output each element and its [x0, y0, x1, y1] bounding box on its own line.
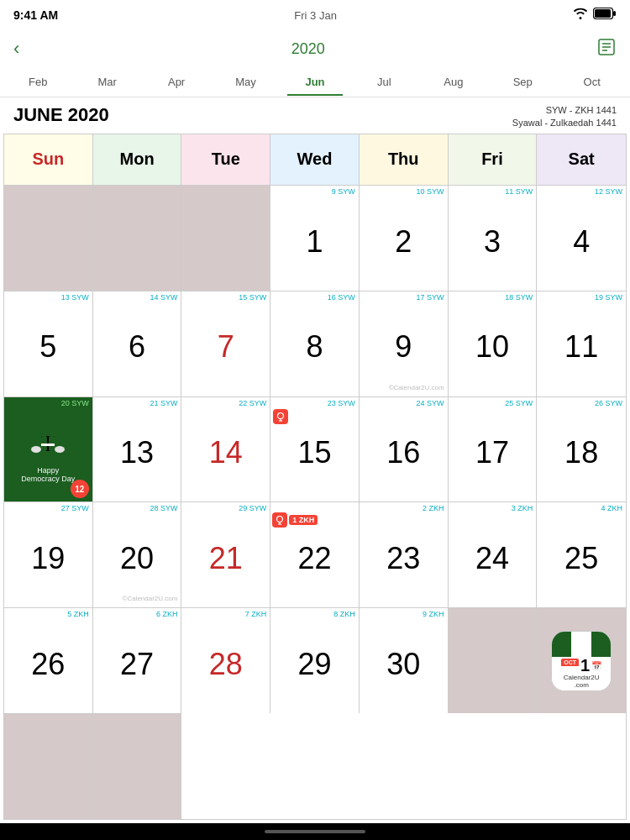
day-header-sun: Sun: [4, 134, 93, 185]
top-nav: ‹ 2020: [0, 30, 630, 67]
day-cell-22[interactable]: 1 ZKH 1 ZKH 22: [270, 501, 360, 607]
day-cell-6[interactable]: 14 SYW 6: [93, 291, 182, 396]
day-cell-20[interactable]: 28 SYW 20 ©Calendar2U.com: [93, 501, 182, 607]
tab-oct[interactable]: Oct: [558, 69, 627, 95]
day-cell-25[interactable]: 4 ZKH 25: [537, 501, 626, 607]
day-cell-8[interactable]: 16 SYW 8: [270, 291, 360, 396]
day-cell-24[interactable]: 3 ZKH 24: [449, 501, 538, 607]
day-cell-3[interactable]: 11 SYW 3: [449, 185, 538, 291]
tab-feb[interactable]: Feb: [3, 69, 72, 95]
islamic-num: 23 SYW: [270, 397, 359, 408]
islamic-num: 29 SYW: [181, 502, 270, 513]
islamic-line2: Syawal - Zulkaedah 1441: [512, 117, 617, 129]
app-icon-day: 1: [580, 657, 590, 674]
day-cell-30[interactable]: 9 ZKH 30: [360, 607, 449, 713]
day-headers: Sun Mon Tue Wed Thu Fri Sat: [3, 134, 627, 185]
back-button[interactable]: ‹: [13, 38, 19, 60]
islamic-num: 22 SYW: [181, 397, 270, 408]
day-number: 11: [537, 302, 626, 396]
day-cell-29[interactable]: 8 ZKH 29: [270, 607, 360, 713]
day-cell-7[interactable]: 15 SYW 7: [181, 291, 270, 396]
status-bar: 9:41 AM Fri 3 Jan: [0, 0, 630, 30]
day-cell-26[interactable]: 5 ZKH 26: [4, 607, 93, 713]
tab-sep[interactable]: Sep: [488, 69, 557, 95]
day-cell-28[interactable]: 7 ZKH 28: [181, 607, 270, 713]
reminder-area-22: 1 ZKH: [272, 512, 318, 528]
calendar-grid: 9 SYW 1 10 SYW 2 11 SYW 3 12 SYW 4 13 SY…: [3, 185, 627, 820]
day-cell-16[interactable]: 24 SYW 16: [360, 396, 449, 502]
day-number: 7: [181, 302, 270, 396]
day-number: 3: [449, 197, 537, 291]
day-cell-17[interactable]: 25 SYW 17: [449, 396, 538, 502]
islamic-num: 8 ZKH: [270, 608, 359, 619]
zkh-label: 1 ZKH: [289, 515, 318, 525]
islamic-num: 13 SYW: [4, 291, 92, 302]
day-cell-15[interactable]: 23 SYW 15: [270, 396, 360, 502]
home-indicator: [0, 823, 630, 840]
status-date: Fri 3 Jan: [294, 9, 337, 22]
day-cell-12-democracy[interactable]: 20 SYW: [4, 396, 93, 502]
islamic-num: 9 SYW: [270, 186, 359, 197]
app-icon-cell[interactable]: OCT 1 📅 Calendar2U.com: [537, 607, 626, 713]
tab-jul[interactable]: Jul: [349, 69, 418, 95]
day-cell-5[interactable]: 13 SYW 5: [4, 291, 93, 396]
tab-jun[interactable]: Jun: [281, 69, 349, 95]
islamic-num: 16 SYW: [270, 291, 359, 302]
day-cell-14[interactable]: 22 SYW 14: [181, 396, 270, 502]
day-cell-10[interactable]: 18 SYW 10: [449, 291, 538, 396]
day-number: 19: [4, 513, 92, 607]
app-icon-cal: 📅: [591, 662, 601, 670]
month-tabs: Feb Mar Apr May Jun Jul Aug Sep Oct: [0, 67, 630, 97]
tab-may[interactable]: May: [211, 69, 280, 95]
islamic-num: 15 SYW: [181, 291, 270, 302]
empty-cell-3: [181, 185, 270, 291]
calendar-container: JUNE 2020 SYW - ZKH 1441 Syawal - Zulkae…: [0, 97, 630, 823]
empty-cell-2: [93, 185, 182, 291]
democracy-text: HappyDemocracy Day: [19, 466, 76, 485]
nav-year[interactable]: 2020: [291, 40, 325, 58]
day-number: 23: [360, 513, 448, 607]
tab-aug[interactable]: Aug: [419, 69, 488, 95]
app-icon[interactable]: OCT 1 📅 Calendar2U.com: [551, 631, 612, 691]
tab-mar[interactable]: Mar: [72, 69, 141, 95]
day-cell-13[interactable]: 21 SYW 13: [93, 396, 182, 502]
day-number: 8: [270, 302, 359, 396]
svg-rect-2: [613, 11, 616, 16]
day-cell-19[interactable]: 27 SYW 19: [4, 501, 93, 607]
islamic-num: 9 ZKH: [360, 608, 448, 619]
day-header-fri: Fri: [449, 134, 538, 185]
islamic-num: 10 SYW: [360, 186, 448, 197]
day-number: 26: [4, 619, 92, 713]
svg-rect-11: [41, 444, 55, 446]
islamic-num: 4 ZKH: [537, 502, 626, 513]
day-cell-27[interactable]: 6 ZKH 27: [93, 607, 182, 713]
app-icon-month: OCT: [561, 659, 579, 666]
day-cell-1[interactable]: 9 SYW 1: [270, 185, 360, 291]
islamic-num: 28 SYW: [93, 502, 181, 513]
day-cell-18[interactable]: 26 SYW 18: [537, 396, 626, 502]
day-cell-4[interactable]: 12 SYW 4: [537, 185, 626, 291]
day-number: 25: [537, 513, 626, 607]
day-cell-9[interactable]: 17 SYW 9 ©Calendar2U.com: [360, 291, 449, 396]
islamic-num: 18 SYW: [449, 291, 537, 302]
islamic-num: 21 SYW: [93, 397, 181, 408]
islamic-num: 24 SYW: [360, 397, 448, 408]
nav-icon-button[interactable]: [596, 37, 617, 61]
islamic-num: 3 ZKH: [449, 502, 537, 513]
day-cell-21[interactable]: 29 SYW 21: [181, 501, 270, 607]
day-cell-23[interactable]: 2 ZKH 23: [360, 501, 449, 607]
day-cell-11[interactable]: 19 SYW 11: [537, 291, 626, 396]
day-number: 6: [93, 302, 181, 396]
day-cell-2[interactable]: 10 SYW 2: [360, 185, 449, 291]
day-number: 29: [270, 619, 359, 713]
day-number: 21: [181, 513, 270, 607]
empty-bottom-4: [93, 713, 182, 819]
day-number: 17: [449, 407, 537, 501]
tab-apr[interactable]: Apr: [142, 69, 211, 95]
day-number: 18: [537, 407, 626, 501]
islamic-num: 14 SYW: [93, 291, 181, 302]
svg-point-14: [278, 412, 284, 418]
democracy-badge: 12: [71, 480, 89, 498]
islamic-num: 11 SYW: [449, 186, 537, 197]
watermark: ©Calendar2U.com: [389, 384, 444, 391]
